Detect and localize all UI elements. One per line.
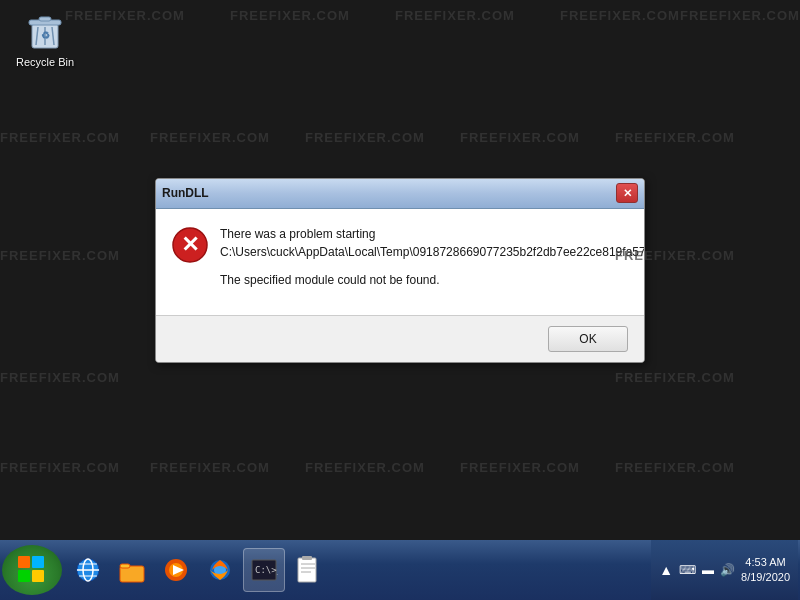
system-clock[interactable]: 4:53 AM 8/19/2020 <box>741 555 790 586</box>
svg-rect-10 <box>32 556 44 568</box>
taskbar-cmd-button[interactable]: C:\>_ <box>243 548 285 592</box>
notepad-icon <box>294 556 322 584</box>
svg-text:C:\>_: C:\>_ <box>255 565 278 575</box>
error-icon: ✕ <box>172 227 208 263</box>
tray-show-hidden-icon[interactable]: ▲ <box>659 562 673 578</box>
clock-date: 8/19/2020 <box>741 570 790 585</box>
dialog-title: RunDLL <box>162 186 209 200</box>
taskbar-notepad-button[interactable] <box>287 548 329 592</box>
svg-rect-19 <box>120 564 130 568</box>
clock-time: 4:53 AM <box>741 555 790 570</box>
svg-rect-12 <box>32 570 44 582</box>
svg-rect-31 <box>302 556 312 560</box>
windows-logo-icon <box>18 556 46 584</box>
tray-network-icon[interactable]: ▬ <box>702 563 714 577</box>
taskbar-ie-button[interactable] <box>67 548 109 592</box>
desktop: ♻ Recycle Bin RunDLL ✕ ✕ There was a pro… <box>0 0 800 540</box>
svg-rect-9 <box>18 556 30 568</box>
taskbar-mediaplayer-button[interactable] <box>155 548 197 592</box>
taskbar-explorer-button[interactable] <box>111 548 153 592</box>
cmd-icon: C:\>_ <box>250 556 278 584</box>
dialog-footer: OK <box>156 315 644 362</box>
dialog-overlay: RunDLL ✕ ✕ There was a problem starting … <box>0 0 800 540</box>
dialog-titlebar: RunDLL ✕ <box>156 179 644 209</box>
start-button[interactable] <box>2 545 62 595</box>
taskbar: C:\>_ ▲ ⌨ ▬ 🔊 4:53 AM 8/19/2020 <box>0 540 800 600</box>
rundll-dialog: RunDLL ✕ ✕ There was a problem starting … <box>155 178 645 363</box>
system-tray: ▲ ⌨ ▬ 🔊 4:53 AM 8/19/2020 <box>651 540 798 600</box>
tray-keyboard-icon[interactable]: ⌨ <box>679 563 696 577</box>
svg-rect-27 <box>298 558 316 582</box>
dialog-content: ✕ There was a problem starting C:\Users\… <box>156 209 644 315</box>
svg-text:✕: ✕ <box>181 232 199 257</box>
svg-rect-11 <box>18 570 30 582</box>
folder-icon <box>118 556 146 584</box>
ok-button[interactable]: OK <box>548 326 628 352</box>
error-message-line2: The specified module could not be found. <box>220 271 645 289</box>
firefox-icon <box>206 556 234 584</box>
dialog-close-button[interactable]: ✕ <box>616 183 638 203</box>
error-message-container: There was a problem starting C:\Users\cu… <box>220 225 645 299</box>
tray-volume-icon[interactable]: 🔊 <box>720 563 735 577</box>
taskbar-firefox-button[interactable] <box>199 548 241 592</box>
ie-icon <box>74 556 102 584</box>
error-message-line1: There was a problem starting C:\Users\cu… <box>220 225 645 261</box>
media-player-icon <box>162 556 190 584</box>
